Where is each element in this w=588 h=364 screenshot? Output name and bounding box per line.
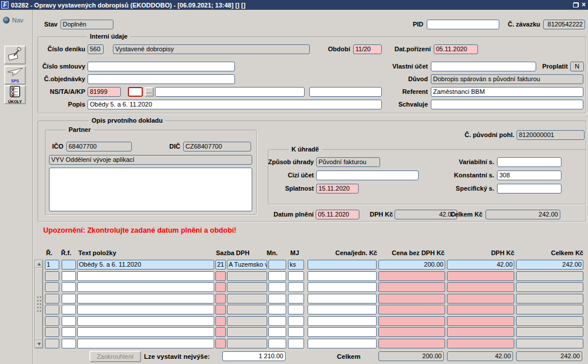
item-row-7-mj-cell[interactable] — [288, 327, 304, 337]
item-row-3-rf-cell[interactable] — [62, 282, 76, 292]
item-row-4-sazba-cell[interactable] — [215, 294, 226, 304]
item-row-6-mn-cell[interactable] — [268, 316, 286, 326]
item-row-2-mj-cell[interactable] — [288, 271, 304, 281]
item-row-2-mn-cell[interactable] — [268, 271, 286, 281]
item-row-4-cena_jedn-cell[interactable] — [308, 294, 377, 304]
pid-field[interactable] — [427, 20, 499, 29]
scroll-up-button[interactable] — [35, 260, 43, 268]
item-row-1-mn-cell[interactable] — [268, 260, 286, 270]
item-row-3-mn-cell[interactable] — [268, 282, 286, 292]
item-row-3-sazba-cell[interactable] — [215, 282, 226, 292]
item-row-5-rf-cell[interactable] — [62, 305, 76, 314]
item-row-7-cena_jedn-cell[interactable] — [308, 327, 377, 337]
scrollbar-thumb[interactable] — [35, 268, 43, 340]
form-canvas: Nav SPS — [0, 10, 588, 364]
item-row-4-dph-cell[interactable] — [447, 294, 514, 304]
ukoly-button[interactable]: ÚKOLY — [4, 85, 26, 104]
item-row-7-rf-cell[interactable] — [62, 327, 76, 337]
item-row-5-cena_bez_dph-cell[interactable] — [378, 305, 445, 314]
specificky-field[interactable] — [497, 184, 562, 194]
item-row-4-text-cell[interactable] — [77, 294, 214, 304]
item-row-7-text-cell[interactable] — [77, 327, 214, 337]
item-row-6-cena_jedn-cell[interactable] — [308, 316, 377, 326]
item-row-3-mj-cell[interactable] — [288, 282, 304, 292]
obdobi-field[interactable]: 11/20 — [353, 44, 382, 54]
item-row-1-celkem-cell[interactable]: 242.00 — [516, 260, 583, 270]
item-row-5-mn-cell[interactable] — [268, 305, 286, 314]
item-row-1-mj-cell[interactable]: ks — [288, 260, 304, 270]
vlastni-ucet-field[interactable] — [431, 62, 536, 71]
item-row-8-text-cell[interactable] — [77, 339, 214, 348]
ta-field-focused[interactable] — [128, 87, 143, 97]
item-row-8-mn-cell[interactable] — [268, 339, 286, 348]
zaokrouhleni-button[interactable]: Zaokrouhlení — [89, 351, 141, 362]
item-row-6-text-cell[interactable] — [77, 316, 214, 326]
close-window-button[interactable]: × — [582, 1, 587, 9]
item-row-1-rf-cell[interactable] — [62, 260, 76, 270]
item-row-6-cena_bez_dph-cell[interactable] — [378, 316, 445, 326]
item-row-4-rf-cell[interactable] — [62, 294, 76, 304]
schvaluje-field[interactable] — [431, 100, 583, 109]
item-row-5-mj-cell[interactable] — [288, 305, 304, 314]
ns-lov-button[interactable]: … — [145, 87, 154, 97]
ns-extra-field[interactable] — [309, 87, 382, 97]
item-row-3-dph-cell[interactable] — [447, 282, 514, 292]
item-row-4-cena_bez_dph-cell[interactable] — [378, 294, 445, 304]
item-row-6-sazba-cell[interactable] — [215, 316, 226, 326]
item-row-3-cena_jedn-cell[interactable] — [308, 282, 377, 292]
scroll-down-button[interactable] — [35, 340, 43, 348]
item-row-8-cena_bez_dph-cell[interactable] — [378, 339, 445, 348]
referent-field[interactable]: Zaměstnanci BBM — [431, 87, 583, 97]
item-row-3-text-cell[interactable] — [77, 282, 214, 292]
item-row-5-cena_jedn-cell[interactable] — [308, 305, 377, 314]
item-row-2-cena_bez_dph-cell[interactable] — [378, 271, 445, 281]
c-objednavky-field[interactable] — [88, 74, 235, 84]
cizi-ucet-field[interactable] — [316, 170, 419, 180]
popis-field[interactable]: Obědy 5. a 6. 11.2020 — [88, 100, 382, 109]
dat-porizeni-field[interactable]: 05.11.2020 — [434, 44, 478, 54]
item-row-6-mj-cell[interactable] — [288, 316, 304, 326]
item-row-5-sazba-cell[interactable] — [215, 305, 226, 314]
item-row-5-dph-cell[interactable] — [447, 305, 514, 314]
item-row-7-dph-cell[interactable] — [447, 327, 514, 337]
restore-window-button[interactable] — [573, 2, 579, 7]
item-row-1-r-cell[interactable]: 1 — [45, 260, 59, 270]
splatnost-field[interactable]: 15.11.2020 — [316, 184, 359, 194]
variabilni-field[interactable] — [497, 157, 562, 167]
item-row-2-rf-cell[interactable] — [62, 271, 76, 281]
approve-stamp-button[interactable] — [4, 46, 26, 65]
item-row-1-typ-cell[interactable]: A Tuzemsko v — [227, 260, 267, 270]
item-row-5-text-cell[interactable] — [77, 305, 214, 314]
item-row-8-dph-cell[interactable] — [447, 339, 514, 348]
item-row-3-cena_bez_dph-cell[interactable] — [378, 282, 445, 292]
item-row-8-mj-cell[interactable] — [288, 339, 304, 348]
konstantni-field[interactable]: 308 — [497, 170, 562, 180]
ns-field[interactable]: 81999 — [88, 87, 121, 97]
item-row-4-mj-cell[interactable] — [288, 294, 304, 304]
item-row-1-text-cell[interactable]: Obědy 5. a 6. 11.2020 — [77, 260, 214, 270]
item-row-2-text-cell[interactable] — [77, 271, 214, 281]
item-row-7-sazba-cell[interactable] — [215, 327, 226, 337]
item-row-8-rf-cell[interactable] — [62, 339, 76, 348]
item-row-2-dph-cell[interactable] — [447, 271, 514, 281]
items-scrollbar[interactable] — [35, 260, 43, 348]
item-row-1-sazba-cell[interactable]: 21 — [215, 260, 226, 270]
item-row-6-dph-cell[interactable] — [447, 316, 514, 326]
item-row-4-mn-cell[interactable] — [268, 294, 286, 304]
datum-plneni-field[interactable]: 05.11.2020 — [316, 210, 359, 219]
item-row-1-dph-cell[interactable]: 42.00 — [447, 260, 514, 270]
item-row-2-cena_jedn-cell[interactable] — [308, 271, 377, 281]
item-row-1-cena_bez_dph-cell[interactable]: 200.00 — [378, 260, 445, 270]
item-row-2-sazba-cell[interactable] — [215, 271, 226, 281]
item-row-1-cena_jedn-cell[interactable] — [308, 260, 377, 270]
cislo-smlouvy-field[interactable] — [88, 62, 235, 71]
item-row-8-sazba-cell[interactable] — [215, 339, 226, 348]
item-row-7-cena_bez_dph-cell[interactable] — [378, 327, 445, 337]
item-row-7-mn-cell[interactable] — [268, 327, 286, 337]
ns-nazev-field[interactable] — [155, 87, 305, 97]
item-row-6-rf-cell[interactable] — [62, 316, 76, 326]
ellipsis-icon: … — [146, 88, 152, 94]
nav-radio-icon[interactable] — [3, 17, 10, 24]
sps-button[interactable]: SPS — [4, 66, 26, 85]
item-row-8-cena_jedn-cell[interactable] — [308, 339, 377, 348]
